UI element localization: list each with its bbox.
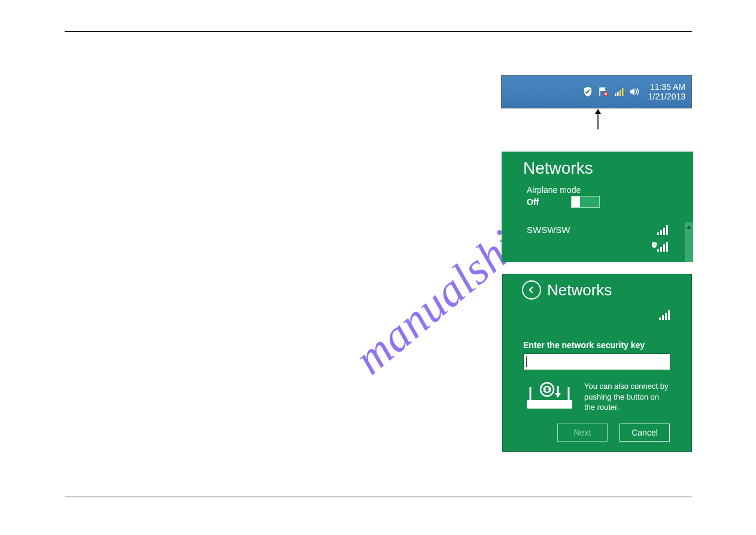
- panel-title: Networks: [502, 152, 693, 182]
- taskbar-tray: 11:35 AM 1/21/2013: [501, 75, 692, 108]
- next-button[interactable]: Next: [557, 424, 608, 442]
- network-icon[interactable]: [614, 86, 624, 97]
- callout-arrow-icon: [594, 109, 602, 129]
- time-text: 11:35 AM: [648, 82, 685, 92]
- airplane-mode-toggle[interactable]: [571, 196, 600, 208]
- clock[interactable]: 11:35 AM 1/21/2013: [648, 82, 685, 101]
- volume-icon[interactable]: [629, 86, 640, 97]
- scroll-up-button[interactable]: [685, 222, 693, 262]
- date-text: 1/21/2013: [648, 92, 685, 101]
- divider-bottom: [65, 497, 692, 497]
- airplane-mode-label: Airplane mode: [527, 185, 693, 195]
- svg-text:!: !: [654, 243, 655, 247]
- security-key-label: Enter the network security key: [503, 320, 691, 353]
- action-center-icon[interactable]: [582, 86, 593, 97]
- router-icon: [524, 381, 575, 411]
- network-item[interactable]: SWSWSW: [502, 225, 693, 235]
- svg-rect-3: [620, 90, 621, 96]
- svg-rect-2: [617, 92, 619, 96]
- secured-network-item[interactable]: !: [502, 242, 693, 254]
- tray-icons: [582, 86, 640, 97]
- back-button[interactable]: [522, 280, 541, 300]
- divider-top: [65, 31, 692, 32]
- network-name: SWSWSW: [527, 225, 570, 235]
- panel-title: Networks: [547, 281, 612, 300]
- networks-panel: Networks Airplane mode Off SWSWSW !: [502, 152, 693, 262]
- svg-rect-10: [527, 400, 572, 409]
- secured-shield-icon: !: [651, 240, 657, 246]
- flag-icon[interactable]: [598, 86, 609, 97]
- signal-icon: [659, 310, 670, 320]
- svg-point-11: [541, 383, 554, 396]
- svg-rect-4: [622, 88, 624, 96]
- svg-marker-6: [595, 109, 601, 114]
- security-key-input[interactable]: [523, 353, 670, 370]
- signal-icon: [657, 242, 668, 252]
- cancel-button[interactable]: Cancel: [620, 424, 670, 442]
- network-security-panel: Networks Enter the network security key …: [502, 274, 692, 452]
- svg-marker-15: [555, 393, 561, 398]
- svg-rect-1: [615, 93, 617, 96]
- signal-icon: [657, 225, 668, 235]
- airplane-mode-state: Off: [527, 197, 539, 207]
- wps-text: You can also connect by pushing the butt…: [584, 381, 670, 413]
